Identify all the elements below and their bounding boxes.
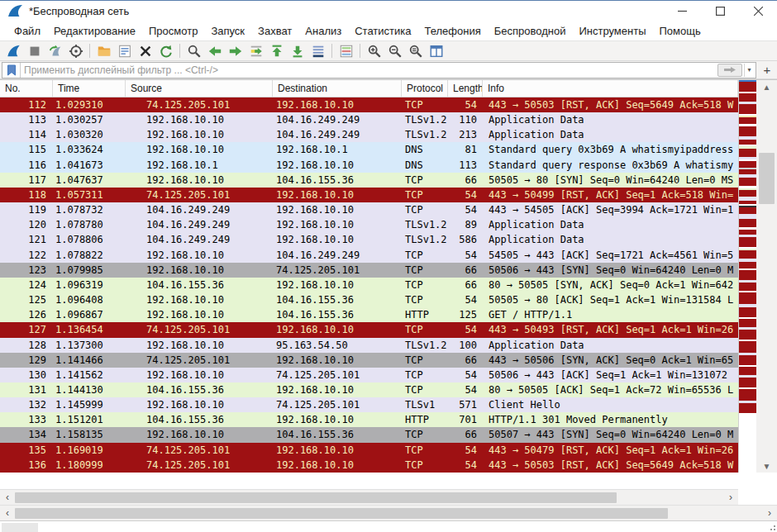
intelligent-scrollbar-minimap[interactable] — [738, 80, 756, 473]
display-filter-input[interactable] — [21, 64, 717, 76]
packet-row[interactable]: 1201.078780104.16.249.249192.168.10.10TL… — [0, 217, 738, 232]
reload-file-icon[interactable] — [155, 41, 176, 60]
column-header-no[interactable]: No. — [0, 80, 53, 97]
packet-row[interactable]: 1221.078822192.168.10.10104.16.249.249TC… — [0, 248, 738, 263]
hscroll-thumb[interactable] — [15, 492, 617, 503]
packet-row[interactable]: 1151.033624192.168.10.10192.168.10.1DNS8… — [0, 142, 738, 157]
hscroll-left-arrow-icon[interactable]: ‹ — [0, 492, 15, 503]
scroll-down-arrow-icon[interactable]: ▼ — [756, 459, 777, 473]
zoom-normal-icon[interactable] — [405, 41, 426, 60]
open-file-icon[interactable] — [93, 41, 114, 60]
start-capture-icon[interactable] — [3, 41, 24, 60]
packet-row[interactable]: 1351.16901974.125.205.101192.168.10.10TC… — [0, 443, 738, 458]
packet-row[interactable]: 1161.041673192.168.10.1192.168.10.10DNS1… — [0, 158, 738, 173]
menu-file[interactable]: Файл — [7, 22, 47, 40]
resize-grip[interactable] — [769, 524, 775, 530]
save-file-icon[interactable] — [114, 41, 135, 60]
packet-row[interactable]: 1321.145999192.168.10.1074.125.205.101TL… — [0, 397, 738, 412]
colorize-packets-icon[interactable] — [336, 41, 356, 60]
menu-telephony[interactable]: Телефония — [417, 22, 487, 40]
packet-row[interactable]: 1191.078732104.16.249.249192.168.10.10TC… — [0, 202, 738, 217]
close-file-icon[interactable] — [135, 41, 155, 60]
packet-row[interactable]: 1241.096319104.16.155.36192.168.10.10TCP… — [0, 278, 738, 292]
packet-row[interactable]: 1171.047637192.168.10.10104.16.155.36TCP… — [0, 173, 738, 188]
cell-time: 1.137300 — [53, 338, 126, 353]
scroll-up-arrow-icon[interactable]: ▲ — [756, 80, 777, 93]
capture-options-icon[interactable] — [65, 41, 86, 60]
cell-info: GET / HTTP/1.1 — [483, 307, 738, 322]
cell-time: 1.029310 — [53, 97, 126, 112]
resize-columns-icon[interactable] — [426, 41, 446, 60]
packet-row[interactable]: 1261.096867192.168.10.10104.16.155.36HTT… — [0, 307, 738, 322]
menu-wireless[interactable]: Беспроводной — [488, 22, 573, 40]
packet-row[interactable]: 1331.151201104.16.155.36192.168.10.10HTT… — [0, 412, 738, 427]
hscroll-track[interactable] — [15, 492, 723, 504]
vertical-scrollbar[interactable]: ▲ ▼ — [756, 80, 777, 473]
hscroll-thumb[interactable] — [15, 508, 668, 519]
cell-info: 443 → 50499 [RST, ACK] Seq=1 Ack=518 Win… — [483, 188, 738, 202]
find-packet-icon[interactable] — [184, 41, 204, 60]
stop-capture-icon[interactable] — [24, 41, 45, 60]
packet-row[interactable]: 1181.05731174.125.205.101192.168.10.10TC… — [0, 188, 738, 202]
vertical-scroll-thumb[interactable] — [759, 153, 775, 204]
column-header-info[interactable]: Info — [483, 80, 738, 97]
cell-info: 443 → 50493 [RST, ACK] Seq=1 Ack=1 Win=2… — [483, 322, 738, 337]
packet-row[interactable]: 1311.144130104.16.155.36192.168.10.10TCP… — [0, 382, 738, 397]
column-header-source[interactable]: Source — [126, 80, 273, 97]
packet-row[interactable]: 1251.096408192.168.10.10104.16.155.36TCP… — [0, 292, 738, 307]
hscroll-track[interactable] — [15, 507, 762, 520]
menu-tools[interactable]: Инструменты — [572, 22, 652, 40]
menu-analyze[interactable]: Анализ — [298, 22, 348, 40]
cell-source: 74.125.205.101 — [126, 188, 273, 202]
go-to-packet-icon[interactable] — [245, 41, 266, 60]
filter-history-caret-icon[interactable]: ▾ — [744, 64, 754, 77]
packet-row[interactable]: 1211.078806104.16.249.249192.168.10.10TL… — [0, 232, 738, 247]
packet-list-hscrollbar[interactable]: ‹ › — [0, 489, 738, 505]
secondary-hscrollbar[interactable]: ‹ › — [0, 505, 777, 520]
go-first-packet-icon[interactable] — [266, 41, 287, 60]
go-back-icon[interactable] — [204, 41, 225, 60]
packet-row[interactable]: 1271.13645474.125.205.101192.168.10.10TC… — [0, 322, 738, 337]
zoom-out-icon[interactable] — [384, 41, 405, 60]
menu-go[interactable]: Запуск — [204, 22, 251, 40]
menu-view[interactable]: Просмотр — [142, 22, 204, 40]
auto-scroll-icon[interactable] — [307, 41, 328, 60]
cell-info: Application Data — [483, 217, 738, 232]
pane-stub — [2, 523, 38, 532]
packet-row[interactable]: 1301.141562192.168.10.1074.125.205.101TC… — [0, 368, 738, 382]
vertical-scroll-track[interactable] — [756, 93, 777, 459]
packet-row[interactable]: 1231.079985192.168.10.1074.125.205.101TC… — [0, 263, 738, 278]
add-filter-button[interactable]: + — [760, 63, 775, 78]
menu-help[interactable]: Помощь — [653, 22, 708, 40]
menu-edit[interactable]: Редактирование — [47, 22, 142, 40]
go-forward-icon[interactable] — [225, 41, 245, 60]
filter-bookmark-icon[interactable] — [2, 63, 21, 78]
packet-row[interactable]: 1121.02931074.125.205.101192.168.10.10TC… — [0, 97, 738, 112]
packet-row[interactable]: 1341.158135192.168.10.10104.16.155.36TCP… — [0, 427, 738, 442]
cell-protocol: TCP — [402, 173, 448, 188]
cell-source: 192.168.10.10 — [126, 292, 273, 307]
packet-row[interactable]: 1361.18099974.125.205.101192.168.10.10TC… — [0, 458, 738, 473]
go-last-packet-icon[interactable] — [287, 41, 307, 60]
minimize-button[interactable] — [663, 1, 701, 21]
hscroll-right-arrow-icon[interactable]: › — [723, 492, 738, 503]
packet-row[interactable]: 1291.14146674.125.205.101192.168.10.10TC… — [0, 353, 738, 368]
apply-filter-button[interactable] — [717, 64, 742, 77]
cell-source: 104.16.155.36 — [126, 278, 273, 292]
hscroll-right-arrow-icon[interactable]: › — [762, 507, 777, 519]
packet-row[interactable]: 1141.030320192.168.10.10104.16.249.249TL… — [0, 127, 738, 142]
menu-capture[interactable]: Захват — [251, 22, 298, 40]
close-button[interactable] — [739, 1, 777, 21]
hscroll-left-arrow-icon[interactable]: ‹ — [0, 507, 15, 519]
column-header-protocol[interactable]: Protocol — [402, 80, 448, 97]
packet-row[interactable]: 1131.030257192.168.10.10104.16.249.249TL… — [0, 112, 738, 127]
menu-statistics[interactable]: Статистика — [348, 22, 417, 40]
column-header-destination[interactable]: Destination — [273, 80, 402, 97]
column-header-time[interactable]: Time — [53, 80, 126, 97]
packet-table-header[interactable]: No.TimeSourceDestinationProtocolLengthIn… — [0, 80, 738, 97]
zoom-in-icon[interactable] — [364, 41, 384, 60]
packet-row[interactable]: 1281.137300192.168.10.1095.163.54.50TLSv… — [0, 338, 738, 353]
column-header-length[interactable]: Length — [448, 80, 483, 97]
maximize-button[interactable] — [701, 1, 739, 21]
restart-capture-icon[interactable] — [45, 41, 65, 60]
